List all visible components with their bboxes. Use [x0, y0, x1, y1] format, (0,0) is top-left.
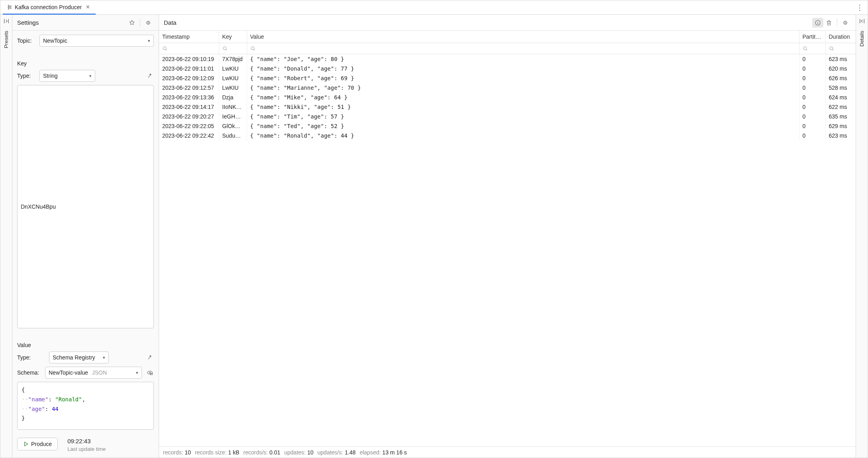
- filter-value[interactable]: [247, 43, 799, 54]
- col-value[interactable]: Value: [247, 31, 799, 43]
- col-key[interactable]: Key: [219, 31, 247, 43]
- presets-rail: Presets: [0, 15, 12, 458]
- presets-label[interactable]: Presets: [3, 31, 9, 48]
- data-header: Data: [159, 15, 856, 31]
- schema-preview-icon[interactable]: [146, 369, 154, 376]
- value-type-select[interactable]: Schema Registry ▾: [49, 351, 109, 363]
- last-update-time: 09:22:43: [67, 438, 106, 444]
- cell-partition: 0: [799, 73, 825, 83]
- filter-key[interactable]: [219, 43, 247, 54]
- svg-point-2: [8, 8, 9, 9]
- cell-timestamp: 2023-06-22 09:13:36: [159, 93, 219, 102]
- table-row[interactable]: 2023-06-22 09:22:05GlOk2pN9{ "name": "Te…: [159, 121, 856, 131]
- produce-button[interactable]: Produce: [17, 438, 58, 450]
- updates-label: updates:: [284, 449, 306, 456]
- cell-duration: 620 ms: [825, 64, 856, 73]
- filter-partition[interactable]: [799, 43, 825, 54]
- filter-duration[interactable]: [825, 43, 856, 54]
- svg-point-0: [8, 5, 9, 6]
- cell-duration: 623 ms: [825, 54, 856, 64]
- schema-value: NewTopic-value: [49, 369, 88, 376]
- editor-tab[interactable]: Kafka connection Producer ✕: [3, 1, 96, 15]
- main-body: Presets Settings Top: [0, 15, 868, 458]
- filter-row: [159, 43, 856, 54]
- cell-partition: 0: [799, 102, 825, 112]
- table-row[interactable]: 2023-06-22 09:11:01LwKIU{ "name": "Donal…: [159, 64, 856, 73]
- cell-value: { "name": "Ted", "age": 52 }: [247, 121, 799, 131]
- cell-timestamp: 2023-06-22 09:22:05: [159, 121, 219, 131]
- cell-key: LwKIU: [219, 64, 247, 73]
- value-type-label: Type:: [17, 354, 35, 361]
- filter-timestamp[interactable]: [159, 43, 219, 54]
- cell-duration: 635 ms: [825, 112, 856, 121]
- cell-value: { "name": "Ronald", "age": 44 }: [247, 131, 799, 140]
- cell-timestamp: 2023-06-22 09:10:19: [159, 54, 219, 64]
- topic-value: NewTopic: [43, 38, 67, 44]
- table-row[interactable]: 2023-06-22 09:14:17IIoNKpor{ "name": "Ni…: [159, 102, 856, 112]
- topic-row: Topic: NewTopic ▾: [17, 35, 154, 47]
- cell-value: { "name": "Tim", "age": 57 }: [247, 112, 799, 121]
- cell-partition: 0: [799, 112, 825, 121]
- elapsed-label: elapsed:: [359, 449, 381, 456]
- cell-key: IIoNKpor: [219, 102, 247, 112]
- settings-body: Topic: NewTopic ▾ Key Type: String ▾: [12, 31, 159, 434]
- separator: [140, 19, 140, 27]
- cell-duration: 624 ms: [825, 93, 856, 102]
- col-partition[interactable]: Partition: [799, 31, 825, 43]
- settings-panel: Settings Topic: NewTopic: [12, 15, 159, 458]
- key-type-value: String: [43, 73, 58, 79]
- key-type-select[interactable]: String ▾: [39, 70, 95, 82]
- value-json-editor[interactable]: { ··"name": "Ronald", ··"age": 44 }: [17, 382, 154, 430]
- table-row[interactable]: 2023-06-22 09:12:09LwKIU{ "name": "Rober…: [159, 73, 856, 83]
- star-icon[interactable]: [126, 20, 137, 26]
- expand-right-icon[interactable]: [3, 18, 10, 24]
- table-row[interactable]: 2023-06-22 09:13:36Dzja{ "name": "Mike",…: [159, 93, 856, 102]
- schema-select[interactable]: NewTopic-value JSON ▾: [45, 367, 142, 379]
- cell-timestamp: 2023-06-22 09:14:17: [159, 102, 219, 112]
- status-bar: records: 10 records size: 1 kB records/s…: [159, 446, 856, 458]
- svg-point-4: [10, 8, 12, 9]
- cell-duration: 626 ms: [825, 73, 856, 83]
- data-table: Timestamp Key Value Partition Duration: [159, 31, 856, 140]
- table-row[interactable]: 2023-06-22 09:20:27IeGH6zzitH{ "name": "…: [159, 112, 856, 121]
- more-menu-icon[interactable]: ⋮: [854, 3, 865, 12]
- cell-timestamp: 2023-06-22 09:12:09: [159, 73, 219, 83]
- table-row[interactable]: 2023-06-22 09:22:42SuduP7b4{ "name": "Ro…: [159, 131, 856, 140]
- topic-select[interactable]: NewTopic ▾: [39, 35, 154, 47]
- collapse-panel-icon[interactable]: [143, 20, 154, 26]
- key-input[interactable]: DnXCNu4Bpu: [17, 85, 154, 328]
- updates-value: 10: [307, 449, 314, 456]
- settings-header: Settings: [12, 15, 159, 31]
- table-row[interactable]: 2023-06-22 09:10:197X78pjd{ "name": "Joe…: [159, 54, 856, 64]
- col-duration[interactable]: Duration: [825, 31, 856, 43]
- magic-wand-icon[interactable]: [146, 73, 154, 79]
- magic-wand-icon[interactable]: [146, 354, 154, 361]
- cell-key: LwKIU: [219, 83, 247, 93]
- collapse-panel-icon[interactable]: [840, 20, 851, 26]
- details-label[interactable]: Details: [859, 31, 865, 47]
- records-value: 10: [185, 449, 191, 456]
- cell-timestamp: 2023-06-22 09:22:42: [159, 131, 219, 140]
- schema-value-wrap: NewTopic-value JSON: [49, 369, 107, 376]
- svg-point-9: [223, 47, 226, 50]
- cell-key: GlOk2pN9: [219, 121, 247, 131]
- info-icon[interactable]: [812, 18, 823, 28]
- cell-value: { "name": "Donald", "age": 77 }: [247, 64, 799, 73]
- details-rail: Details: [856, 15, 868, 458]
- records-size-label: records size:: [195, 449, 226, 456]
- svg-point-11: [803, 47, 807, 50]
- col-timestamp[interactable]: Timestamp: [159, 31, 219, 43]
- cell-partition: 0: [799, 121, 825, 131]
- table-row[interactable]: 2023-06-22 09:12:57LwKIU{ "name": "Maria…: [159, 83, 856, 93]
- trash-icon[interactable]: [823, 20, 835, 26]
- chevron-down-icon: ▾: [89, 73, 92, 79]
- svg-point-12: [830, 47, 833, 50]
- data-title: Data: [164, 19, 812, 26]
- schema-type-badge: JSON: [92, 369, 107, 376]
- cell-timestamp: 2023-06-22 09:20:27: [159, 112, 219, 121]
- expand-left-icon[interactable]: [859, 18, 865, 24]
- last-update-block: 09:22:43 Last update time: [67, 438, 106, 452]
- close-icon[interactable]: ✕: [84, 4, 92, 10]
- updates-per-s-value: 1.48: [345, 449, 355, 456]
- cell-key: Dzja: [219, 93, 247, 102]
